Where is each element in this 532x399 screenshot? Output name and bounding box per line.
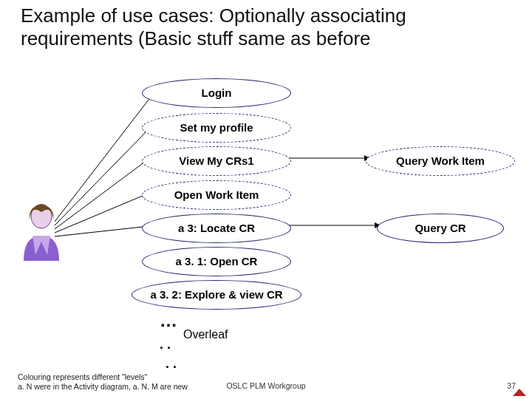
label: Set my profile <box>180 122 253 134</box>
usecase-query-cr: Query CR <box>377 214 504 243</box>
label: a 3: Locate CR <box>178 222 255 235</box>
usecase-open-cr: a 3. 1: Open CR <box>142 247 291 276</box>
svg-line-0 <box>55 93 154 222</box>
page-title: Example of use cases: Optionally associa… <box>21 4 508 50</box>
slide: Example of use cases: Optionally associa… <box>0 0 532 399</box>
footer-center: OSLC PLM Workgroup <box>0 381 532 390</box>
usecase-locate-cr: a 3: Locate CR <box>142 214 291 243</box>
usecase-explore-view-cr: a 3. 2: Explore & view CR <box>132 280 301 310</box>
svg-line-2 <box>55 160 148 229</box>
usecase-login: Login <box>142 78 291 108</box>
svg-line-1 <box>55 129 149 225</box>
label: Open Work Item <box>174 189 259 202</box>
ellipsis-1: … <box>160 310 177 331</box>
label: Login <box>202 87 232 100</box>
corner-triangle-icon <box>513 389 526 396</box>
actor-icon <box>19 203 64 261</box>
label: View My CRs1 <box>179 155 253 168</box>
usecase-open-work-item: Open Work Item <box>142 180 291 210</box>
label: Query Work Item <box>396 155 485 168</box>
ellipsis-2: . . <box>160 337 171 352</box>
label: a 3. 1: Open CR <box>176 256 258 268</box>
svg-line-4 <box>55 226 149 236</box>
usecase-set-profile: Set my profile <box>142 113 291 143</box>
ellipsis-3: . . <box>166 356 177 372</box>
label: a 3. 2: Explore & view CR <box>150 289 282 301</box>
usecase-query-work-item: Query Work Item <box>366 146 515 176</box>
label: Query CR <box>415 222 466 235</box>
overleaf-label: Overleaf <box>183 328 228 341</box>
svg-line-3 <box>55 194 148 233</box>
usecase-view-my-crs: View My CRs1 <box>142 146 291 176</box>
legend-line-1: Colouring represents different "levels" <box>18 372 188 382</box>
